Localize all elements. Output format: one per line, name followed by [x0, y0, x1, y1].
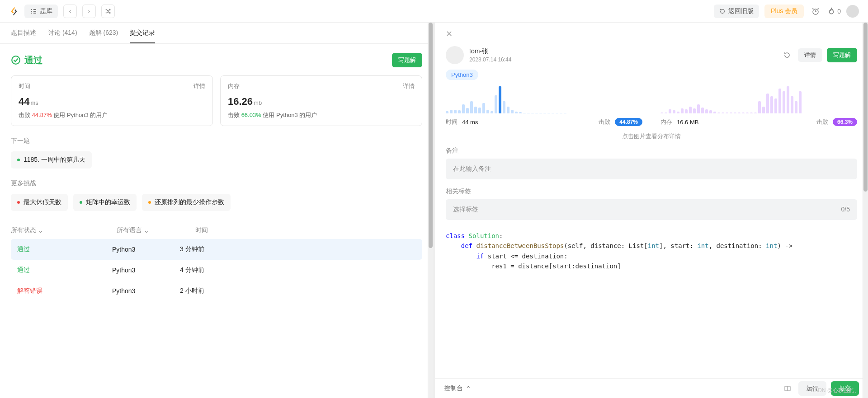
- chart-bar: [515, 112, 518, 113]
- row-status: 通过: [17, 266, 112, 274]
- chart-bar: [734, 112, 736, 113]
- chart-bar: [783, 91, 785, 113]
- left-tabs: 题目描述 讨论 (414) 题解 (623) 提交记录: [0, 23, 433, 44]
- row-time: 4 分钟前: [180, 266, 204, 274]
- chart-bar: [564, 113, 566, 113]
- notes-label: 备注: [435, 147, 868, 155]
- left-content: 通过 写题解 时间详情 44ms 击败 44.87% 使用 Python3 的用…: [0, 44, 433, 310]
- table-row[interactable]: 解答错误Python32 小时前: [11, 281, 422, 301]
- back-old-label: 返回旧版: [728, 7, 754, 15]
- chart-time-value: 44 ms: [462, 119, 478, 126]
- problemset-label: 题库: [40, 7, 52, 15]
- runtime-details-link[interactable]: 详情: [193, 82, 205, 90]
- notes-input[interactable]: 在此输入备注: [446, 159, 857, 179]
- next-button[interactable]: ›: [82, 5, 96, 18]
- prev-button[interactable]: ‹: [63, 5, 77, 18]
- chart-bar: [709, 110, 712, 113]
- shuffle-icon: [105, 8, 111, 14]
- challenge-chip-2[interactable]: 矩阵中的幸运数: [73, 194, 137, 211]
- flame-icon: [827, 7, 835, 15]
- scrollbar[interactable]: [428, 23, 433, 398]
- memory-value: 16.26: [228, 96, 253, 107]
- memory-chart[interactable]: 内存 16.6 MB 击败 66.3%: [660, 86, 857, 126]
- memory-details-link[interactable]: 详情: [403, 82, 415, 90]
- chart-bar: [503, 101, 505, 113]
- submission-avatar[interactable]: [446, 46, 464, 64]
- chart-bar: [491, 111, 493, 113]
- result-status-text: 通过: [24, 54, 42, 66]
- chart-bar: [478, 108, 481, 113]
- challenge-chip-3[interactable]: 还原排列的最少操作步数: [142, 194, 231, 211]
- scrollbar[interactable]: [863, 23, 868, 398]
- chart-bar: [787, 86, 789, 113]
- submission-username[interactable]: tom-张: [469, 47, 775, 56]
- chart-bar: [770, 96, 773, 113]
- main-split: 题目描述 讨论 (414) 题解 (623) 提交记录 通过 写题解 时间详情 …: [0, 23, 868, 398]
- back-old-button[interactable]: 返回旧版: [714, 5, 759, 18]
- memory-card[interactable]: 内存详情 16.26mb 击败 66.03% 使用 Python3 的用户: [220, 75, 422, 126]
- runtime-chart[interactable]: 时间 44 ms 击败 44.87%: [446, 86, 642, 126]
- memory-percent-badge: 66.3%: [833, 118, 857, 126]
- table-row[interactable]: 通过Python34 分钟前: [11, 260, 422, 281]
- dot-icon: [17, 201, 20, 204]
- tab-solutions[interactable]: 题解 (623): [89, 29, 118, 43]
- next-problem-chip[interactable]: 1185. 一周中的第几天: [11, 151, 92, 169]
- chart-bar: [689, 107, 692, 113]
- language-tag[interactable]: Python3: [446, 70, 478, 80]
- filter-status[interactable]: 所有状态 ⌄: [11, 226, 106, 234]
- table-row[interactable]: 通过Python33 分钟前: [11, 239, 422, 260]
- chart-bar: [722, 112, 724, 113]
- chart-bar: [701, 108, 704, 113]
- refresh-button[interactable]: [781, 49, 793, 61]
- write-solution-button[interactable]: 写题解: [392, 53, 422, 67]
- next-title: 下一题: [11, 137, 422, 145]
- col-time: 时间: [195, 226, 208, 234]
- details-button[interactable]: 详情: [798, 48, 822, 62]
- dot-icon: [148, 201, 151, 204]
- challenge-chip-1[interactable]: 最大休假天数: [11, 194, 68, 211]
- layout-button[interactable]: [781, 382, 794, 395]
- dot-icon: [17, 159, 20, 161]
- chart-bar: [713, 112, 716, 113]
- layout-icon: [784, 385, 791, 392]
- chart-bar: [681, 108, 684, 113]
- chevron-down-icon: ⌄: [144, 227, 149, 234]
- chart-bar: [705, 109, 708, 113]
- chart-bar: [677, 112, 679, 113]
- chart-bar: [665, 112, 667, 113]
- filter-lang[interactable]: 所有语言 ⌄: [117, 226, 184, 234]
- submissions-table-head: 所有状态 ⌄ 所有语言 ⌄ 时间: [11, 222, 422, 239]
- alarm-icon: [811, 7, 820, 16]
- chart-bar: [527, 113, 530, 113]
- tags-input[interactable]: 选择标签0/5: [446, 199, 857, 220]
- chart-bar: [446, 111, 448, 113]
- runtime-card[interactable]: 时间详情 44ms 击败 44.87% 使用 Python3 的用户: [11, 75, 213, 126]
- tab-submissions[interactable]: 提交记录: [130, 29, 155, 43]
- random-button[interactable]: [101, 5, 115, 18]
- check-circle-icon: [11, 55, 21, 65]
- chart-bar: [754, 112, 757, 113]
- chevron-up-icon: ⌃: [466, 385, 471, 392]
- tab-description[interactable]: 题目描述: [11, 29, 36, 43]
- console-toggle[interactable]: 控制台 ⌃: [444, 384, 471, 393]
- chevron-down-icon: ⌄: [38, 227, 43, 234]
- chart-bar: [519, 112, 522, 113]
- chart-bar: [795, 101, 797, 113]
- user-avatar[interactable]: [846, 5, 859, 18]
- plus-button[interactable]: Plus 会员: [764, 5, 804, 18]
- chart-bar: [458, 110, 461, 113]
- chart-bar: [660, 112, 663, 113]
- leetcode-logo: [9, 6, 19, 16]
- chart-bar: [552, 113, 554, 113]
- problemset-button[interactable]: 题库: [24, 5, 58, 18]
- streak-counter[interactable]: 0: [827, 7, 841, 15]
- timer-button[interactable]: [809, 5, 822, 18]
- runtime-unit: ms: [30, 99, 38, 106]
- svg-point-1: [12, 56, 20, 64]
- chart-bar: [778, 89, 781, 113]
- write-solution-button-right[interactable]: 写题解: [827, 48, 857, 62]
- tab-discuss[interactable]: 讨论 (414): [48, 29, 77, 43]
- revert-icon: [719, 8, 726, 14]
- close-button[interactable]: ✕: [446, 29, 453, 38]
- chevron-right-icon: ›: [88, 8, 90, 14]
